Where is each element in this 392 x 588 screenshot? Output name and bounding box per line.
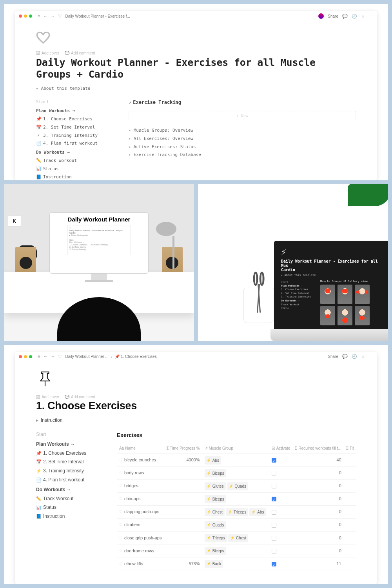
link-muscle-overview[interactable]: Muscle Groups: Overview (129, 127, 356, 135)
link-active-status[interactable]: Active Exercises: Status (129, 143, 356, 151)
table-row[interactable]: ♡elbow lifts573%Back11 (117, 557, 356, 570)
sidebar-toggle-icon[interactable]: ≡ (38, 14, 40, 18)
link-choose-exercises[interactable]: 📌1. Choose Exercises (36, 449, 103, 458)
minimize-icon[interactable] (24, 15, 27, 18)
link-status[interactable]: 📊Status (36, 503, 103, 512)
link-instruction[interactable]: 📘Instruction (36, 173, 114, 180)
table-row[interactable]: ♡doorframe rowsBiceps0 (117, 544, 356, 557)
more-icon[interactable]: ⋯ (369, 354, 373, 359)
muscle-tag[interactable]: Chest (205, 508, 225, 516)
add-cover-button[interactable]: 🖼Add cover (36, 51, 59, 55)
add-cover-button[interactable]: 🖼Add cover (36, 395, 59, 399)
plan-workouts-group[interactable]: Plan Workouts → (36, 107, 114, 115)
share-button[interactable]: Share (328, 14, 338, 18)
table-row[interactable]: ♡body rowsBiceps0 (117, 466, 356, 479)
page-title[interactable]: 1. Choose Exercises (36, 400, 356, 412)
activate-checkbox[interactable] (272, 549, 276, 554)
traffic-lights[interactable] (19, 15, 32, 18)
add-comment-button[interactable]: 💬Add comment (65, 395, 95, 399)
muscle-tag[interactable]: Abs (205, 456, 221, 465)
nav-forward-icon[interactable]: → (51, 14, 55, 18)
zoom-icon[interactable] (29, 355, 32, 358)
activate-checkbox[interactable] (272, 471, 276, 475)
muscle-tag[interactable]: Quads (205, 521, 226, 529)
muscle-tag[interactable]: Back (205, 560, 223, 568)
add-comment-button[interactable]: 💬Add comment (65, 51, 95, 55)
link-plan-first[interactable]: 📄4. Plan first workout (36, 475, 103, 485)
instruction-toggle[interactable]: Instruction (36, 417, 356, 423)
link-plan-first[interactable]: 📄4. Plan first workout (36, 140, 114, 148)
do-workouts-group[interactable]: Do Workouts → (36, 485, 103, 494)
breadcrumb[interactable]: Daily Workout Planner ... / 📌 1. Choose … (65, 354, 156, 359)
page-title[interactable]: Daily Workout Planner - Exercises for al… (36, 57, 356, 80)
sidebar-toggle-icon[interactable]: ≡ (38, 354, 40, 359)
link-intensity[interactable]: ⚡3. Training Intensity (36, 132, 114, 140)
page-icon-heart[interactable] (36, 31, 50, 44)
table-row[interactable]: ♡bicycle crunches4000%Abs40 (117, 454, 356, 466)
exercise-tracking-link[interactable]: ↗Exercise Tracking (129, 98, 356, 107)
table-row[interactable]: ♡chin-upsBiceps0 (117, 492, 356, 505)
col-tit[interactable]: Σ Tit (344, 443, 356, 454)
link-time-interval[interactable]: 📅2. Set Time Interval (36, 457, 103, 466)
activate-checkbox[interactable] (272, 562, 276, 566)
favorite-icon[interactable]: ☆ (361, 354, 365, 359)
muscle-tag[interactable]: Triceps (205, 534, 227, 542)
updates-icon[interactable]: 🕘 (352, 14, 357, 18)
page-icon-pin[interactable] (36, 370, 54, 388)
comments-icon[interactable]: 💬 (342, 354, 348, 359)
table-row[interactable]: ♡climbersQuads0 (117, 518, 356, 531)
nav-forward-icon[interactable]: → (51, 354, 55, 359)
do-workouts-group[interactable]: Do Workouts → (36, 149, 114, 157)
link-instruction[interactable]: 📘Instruction (36, 512, 103, 521)
comments-icon[interactable]: 💬 (342, 14, 348, 18)
close-icon[interactable] (19, 355, 22, 358)
zoom-icon[interactable] (29, 15, 32, 18)
muscle-tag[interactable]: Triceps (226, 508, 248, 516)
nav-back-icon[interactable]: ← (43, 354, 47, 359)
link-time-interval[interactable]: 📅2. Set Time Interval (36, 123, 114, 132)
plan-workouts-group[interactable]: Plan Workouts → (36, 440, 103, 449)
activate-checkbox[interactable] (272, 484, 276, 488)
traffic-lights[interactable] (19, 355, 32, 358)
table-row[interactable]: ♡bridgesGlutesQuads0 (117, 479, 356, 492)
activate-checkbox[interactable] (272, 523, 276, 528)
table-row[interactable]: ♡close grip push-upsTricepsChest0 (117, 531, 356, 544)
col-activate[interactable]: ☑ Activate (269, 443, 292, 454)
link-status[interactable]: 📊Status (36, 165, 114, 173)
new-item-placeholder[interactable]: + New (129, 111, 356, 121)
col-muscle[interactable]: ↗ Muscle Group (202, 443, 270, 454)
muscle-tag[interactable]: Quads (227, 482, 248, 490)
muscle-tag[interactable]: Chest (228, 534, 248, 542)
link-intensity[interactable]: ⚡3. Training Intensity (36, 466, 103, 475)
table-row[interactable]: ♡clapping push-upsChestTricepsAbs0 (117, 505, 356, 518)
col-required[interactable]: Σ Required workouts till t... (292, 443, 343, 454)
updates-icon[interactable]: 🕘 (352, 354, 357, 359)
activate-checkbox[interactable] (272, 510, 276, 515)
muscle-tag[interactable]: Biceps (205, 547, 226, 555)
link-track-workout[interactable]: ✏️Track Workout (36, 157, 114, 165)
bolt-icon: ⚡ (36, 467, 41, 475)
muscle-tag[interactable]: Biceps (205, 495, 226, 503)
link-choose-exercises[interactable]: 📌1. Choose Exercises (36, 115, 114, 123)
muscle-tag[interactable]: Abs (249, 508, 266, 516)
link-all-exercises[interactable]: All Exercises: Overview (129, 135, 356, 143)
exercises-db-title[interactable]: Exercises (117, 430, 356, 441)
muscle-tag[interactable]: Glutes (205, 482, 226, 490)
avatar[interactable] (318, 13, 324, 19)
activate-checkbox[interactable] (272, 536, 276, 541)
col-progress[interactable]: Σ Time Progress % (164, 443, 202, 454)
close-icon[interactable] (19, 15, 22, 18)
favorite-icon[interactable]: ☆ (361, 14, 365, 18)
link-tracking-db[interactable]: Exercise Tracking Database (129, 151, 356, 159)
activate-checkbox[interactable] (272, 497, 276, 501)
col-name[interactable]: AaName (117, 443, 164, 454)
activate-checkbox[interactable] (272, 458, 276, 463)
link-track-workout[interactable]: ✏️Track Workout (36, 494, 103, 503)
share-button[interactable]: Share (328, 354, 338, 359)
minimize-icon[interactable] (24, 355, 27, 358)
muscle-tag[interactable]: Biceps (205, 469, 226, 477)
more-icon[interactable]: ⋯ (369, 14, 373, 18)
about-toggle[interactable]: About this template (36, 86, 356, 91)
breadcrumb[interactable]: Daily Workout Planner - Exercises f... (65, 14, 130, 18)
nav-back-icon[interactable]: ← (43, 14, 47, 18)
